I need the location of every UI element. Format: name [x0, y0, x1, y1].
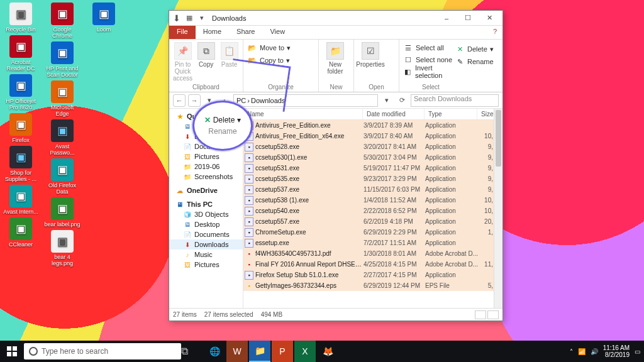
copy-button[interactable]: ⧉Copy [196, 42, 216, 82]
file-row[interactable]: ▪Firefox Setup Stub 51.0.1.exe2/27/2017 … [243, 270, 502, 280]
tray-network-icon[interactable]: 📶 [578, 348, 586, 355]
file-row[interactable]: ▪ccsetup537.exe11/15/2017 6:03 PMApplica… [243, 184, 502, 195]
nav-pictures2[interactable]: 🖼Pictures [169, 260, 243, 270]
desktop-icon[interactable]: ▣Firefox [3, 113, 39, 143]
tb-edge[interactable]: 🌐 [204, 341, 225, 362]
maximize-button[interactable]: ☐ [457, 11, 479, 25]
taskbar-apps: 🌐 W 📁 P X 🦊 [204, 341, 338, 362]
tab-view[interactable]: View [262, 26, 292, 39]
file-row[interactable]: ▪ChromeSetup.exe6/29/2019 2:29 PMApplica… [243, 227, 502, 238]
copy-to-button[interactable]: 📂Copy to ▾ [247, 55, 314, 66]
nav-2019-06[interactable]: 📁2019-06 [169, 162, 243, 172]
file-row[interactable]: ▪ccsetup540.exe2/22/2018 6:52 PMApplicat… [243, 206, 502, 216]
nav-screenshots[interactable]: 📁Screenshots [169, 172, 243, 182]
paste-button[interactable]: 📋Paste [219, 42, 239, 82]
close-button[interactable]: ✕ [479, 11, 500, 25]
select-all-button[interactable]: ☰Select all [403, 42, 458, 53]
minimize-button[interactable]: – [436, 11, 457, 25]
file-row[interactable]: ▪Final FY 2016 Annual Report DHSEM.pdf4/… [243, 259, 502, 270]
file-row[interactable]: ▪ccsetup531.exe5/19/2017 11:47 PMApplica… [243, 163, 502, 173]
col-type[interactable]: Type [425, 109, 477, 119]
nav-pictures[interactable]: 🖼Pictures [169, 151, 243, 162]
invert-selection-button[interactable]: ◧Invert selection [403, 66, 458, 77]
file-icon: ▪ [245, 164, 253, 173]
properties-button[interactable]: ☑Properties [358, 42, 383, 68]
clock[interactable]: 11:16 AM 8/2/2019 [603, 344, 630, 358]
start-button[interactable] [0, 341, 24, 362]
file-row[interactable]: ▪f4WH363540C495731J.pdf1/30/2018 8:01 AM… [243, 248, 502, 259]
rename-button[interactable]: ✎Rename [455, 56, 494, 67]
tb-explorer[interactable]: 📁 [249, 341, 270, 362]
qat-newfolder-icon[interactable]: ▾ [197, 13, 207, 23]
breadcrumb-pc[interactable]: PC › [236, 97, 250, 104]
nav-music[interactable]: ♪Music [169, 250, 243, 260]
desktop-icon[interactable]: ▣CCleaner [3, 217, 39, 248]
desktop-icons: ▣Recycle Bin▣Acrobat Reader DC▣HP Office… [3, 3, 123, 266]
file-list-pane: Name Date modified Type Size ▪Antivirus_… [243, 109, 502, 308]
scrollbar[interactable] [494, 109, 502, 308]
qat-properties-icon[interactable]: ▦ [184, 13, 194, 23]
desktop-icon[interactable]: ▣Shop for Supplies - ... [3, 146, 39, 182]
tray-up-icon[interactable]: ˄ [570, 348, 573, 355]
desktop-icon[interactable]: ▣HP Officejet Pro 8620 [3, 74, 39, 111]
file-row[interactable]: ▪ccsetup538 (1).exe1/4/2018 11:52 AMAppl… [243, 195, 502, 206]
desktop-icon[interactable]: ▣bear label.png [44, 197, 80, 228]
pin-quickaccess-button[interactable]: 📌Pin to Quick access [173, 42, 192, 82]
col-name[interactable]: Name [243, 109, 363, 119]
titlebar[interactable]: ⬇ ▦ ▾ Downloads – ☐ ✕ [169, 11, 502, 26]
desktop-icon[interactable]: ▣Google Chrome [44, 3, 80, 39]
nav-forward-button[interactable]: → [188, 94, 201, 107]
desktop-icon[interactable]: ▣Avast Intern... [3, 185, 39, 215]
search-input[interactable]: Search Downloads [411, 94, 499, 107]
file-row[interactable]: ▪ccsetup557.exe6/2/2019 4:18 PMApplicati… [243, 216, 502, 227]
delete-button[interactable]: ✕Delete ▾ [455, 43, 494, 55]
move-to-button[interactable]: 📂Move to ▾ [247, 42, 314, 53]
tab-home[interactable]: Home [196, 26, 229, 39]
desktop-icon[interactable]: ▣Avast Passwo... [44, 119, 80, 156]
file-row[interactable]: ▪Antivirus_Free_Edition.exe3/9/2017 8:39… [243, 120, 502, 131]
ribbon-help-icon[interactable]: ? [487, 26, 502, 39]
col-date[interactable]: Date modified [363, 109, 425, 119]
desktop-icon[interactable]: ▣Acrobat Reader DC [3, 35, 39, 72]
new-folder-button[interactable]: 📁New folder [323, 42, 348, 75]
nav-desktop2[interactable]: 🖥Desktop [169, 219, 243, 229]
desktop-icon[interactable]: ▣Recycle Bin [3, 3, 39, 33]
nav-3d-objects[interactable]: 🧊3D Objects [169, 209, 243, 219]
status-bar: 27 items 27 items selected 494 MB [169, 308, 502, 321]
desktop-icon[interactable]: ▣bear 4 legs.png [44, 230, 80, 266]
file-row[interactable]: ▪GettyImages-963732344.eps6/29/2019 12:4… [243, 280, 502, 291]
col-size[interactable]: Size [477, 109, 495, 119]
taskbar-search[interactable]: Type here to search [24, 343, 181, 359]
nav-documents2[interactable]: 📄Documents [169, 229, 243, 239]
svg-rect-1 [13, 346, 17, 351]
tb-firefox[interactable]: 🦊 [317, 341, 338, 362]
desktop-icon[interactable]: ▣Old Firefox Data [44, 158, 80, 195]
nav-back-button[interactable]: ← [173, 94, 186, 107]
view-large-icon[interactable] [487, 310, 499, 319]
desktop-icon[interactable]: ▣Microsoft Edge [44, 80, 80, 117]
tray-volume-icon[interactable]: 🔊 [591, 348, 598, 355]
nav-downloads2[interactable]: ⬇Downloads [169, 239, 243, 250]
file-row[interactable]: ▪ccsetup535.exe9/23/2017 3:29 PMApplicat… [243, 173, 502, 184]
file-row[interactable]: ▪Antivirus_Free_Edition_x64.exe3/9/2017 … [243, 131, 502, 141]
nav-this-pc[interactable]: 🖥This PC [169, 199, 243, 209]
breadcrumb[interactable]: PC › Downloads [233, 94, 378, 107]
file-row[interactable]: ▪ccsetup528.exe3/20/2017 8:41 AMApplicat… [243, 141, 502, 152]
refresh-icon[interactable]: ⟳ [396, 96, 408, 104]
breadcrumb-downloads[interactable]: Downloads [251, 97, 285, 104]
notifications-icon[interactable]: ▭ [635, 348, 640, 355]
view-details-icon[interactable] [475, 310, 486, 319]
refresh-button[interactable]: ▾ [380, 96, 393, 104]
tab-file[interactable]: File [169, 26, 196, 39]
tb-excel[interactable]: X [294, 341, 316, 362]
file-row[interactable]: ▪ccsetup530(1).exe5/30/2017 3:04 PMAppli… [243, 152, 502, 163]
tb-word[interactable]: W [226, 341, 248, 362]
task-view-button[interactable]: ⧉ [181, 346, 200, 357]
tab-share[interactable]: Share [229, 26, 262, 39]
file-row[interactable]: ▪essetup.exe7/2/2017 11:51 AMApplication [243, 238, 502, 248]
nav-onedrive[interactable]: ☁OneDrive [169, 185, 243, 195]
desktop-icon[interactable]: ▣Loom [86, 3, 122, 33]
desktop-icon[interactable]: ▣HP Print and Scan Doctor [44, 41, 80, 78]
column-headers[interactable]: Name Date modified Type Size [243, 109, 502, 120]
tb-powerpoint[interactable]: P [272, 341, 293, 362]
